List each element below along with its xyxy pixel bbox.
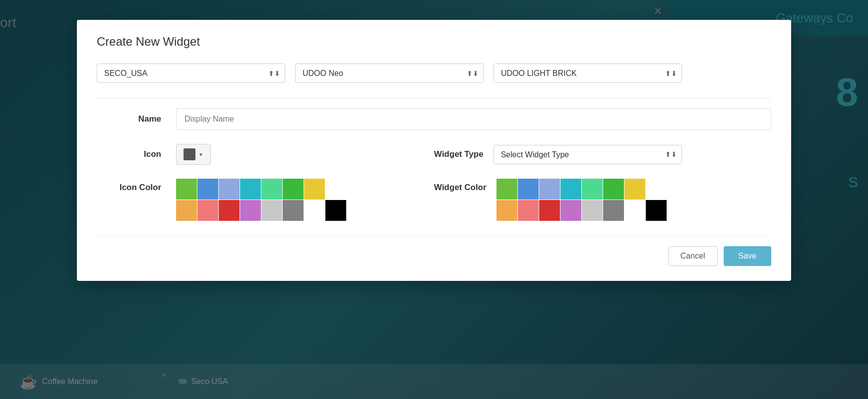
icon-color-swatch-salmon[interactable] xyxy=(197,200,218,221)
icon-section: Icon ▼ xyxy=(97,144,434,165)
widget-color-swatch-black[interactable] xyxy=(646,200,667,221)
cancel-button[interactable]: Cancel xyxy=(668,246,718,266)
manufacturer-select-wrapper: SECO_USA UDOO Arduino ⬆⬇ xyxy=(97,64,285,83)
widget-color-swatch-lightblue[interactable] xyxy=(539,179,560,200)
icon-color-swatch-lime[interactable] xyxy=(176,179,197,200)
modal-overlay: Create New Widget SECO_USA UDOO Arduino … xyxy=(0,0,868,399)
icon-picker-button[interactable]: ▼ xyxy=(176,144,211,165)
icon-color-swatch-blue[interactable] xyxy=(197,179,218,200)
icon-widget-row: Icon ▼ Widget Type Select Widget Type Ga… xyxy=(97,144,771,165)
icon-color-swatch-mint[interactable] xyxy=(261,179,282,200)
icon-color-swatch-yellow[interactable] xyxy=(304,179,325,200)
icon-color-swatch-red[interactable] xyxy=(219,200,240,221)
type-select[interactable]: UDOO LIGHT BRICK UDOO SENSOR BRICK UDOO … xyxy=(494,64,682,83)
dropdown-row: SECO_USA UDOO Arduino ⬆⬇ UDOO Neo UDOO x… xyxy=(97,64,771,83)
widget-type-section: Widget Type Select Widget Type Gauge Tog… xyxy=(434,145,771,164)
name-field-wrapper xyxy=(176,108,771,130)
icon-color-swatch-teal[interactable] xyxy=(240,179,261,200)
widget-color-swatches xyxy=(496,179,667,221)
icon-dropdown-arrow: ▼ xyxy=(198,152,203,157)
icon-color-swatch-black[interactable] xyxy=(325,200,346,221)
widget-color-swatch-mint[interactable] xyxy=(582,179,603,200)
modal-footer: Cancel Save xyxy=(97,236,771,266)
name-row: Name xyxy=(97,108,771,130)
widget-color-swatch-lightgray[interactable] xyxy=(582,200,603,221)
icon-color-swatch-empty2 xyxy=(304,200,325,221)
icon-color-swatch-empty1 xyxy=(325,179,346,200)
save-button[interactable]: Save xyxy=(724,246,771,266)
type-select-wrapper: UDOO LIGHT BRICK UDOO SENSOR BRICK UDOO … xyxy=(494,64,682,83)
modal-title: Create New Widget xyxy=(97,35,771,49)
widget-type-select-wrapper: Select Widget Type Gauge Toggle Chart Ma… xyxy=(494,145,682,164)
icon-color-swatch-lightblue[interactable] xyxy=(219,179,240,200)
widget-color-swatch-empty1 xyxy=(646,179,667,200)
color-row: Icon Color xyxy=(97,179,771,221)
create-widget-modal: Create New Widget SECO_USA UDOO Arduino … xyxy=(77,20,791,281)
icon-label: Icon xyxy=(97,149,176,159)
widget-color-label: Widget Color xyxy=(434,179,487,193)
icon-color-swatch-lightgray[interactable] xyxy=(261,200,282,221)
icon-preview-swatch xyxy=(184,148,195,160)
widget-color-swatch-purple[interactable] xyxy=(560,200,581,221)
widget-color-swatch-red[interactable] xyxy=(539,200,560,221)
icon-color-section: Icon Color xyxy=(97,179,434,221)
widget-color-swatch-green[interactable] xyxy=(603,179,624,200)
widget-color-swatch-blue[interactable] xyxy=(518,179,539,200)
widget-color-swatch-empty2 xyxy=(624,200,645,221)
widget-type-select[interactable]: Select Widget Type Gauge Toggle Chart Ma… xyxy=(494,145,682,164)
icon-color-swatch-purple[interactable] xyxy=(240,200,261,221)
board-select[interactable]: UDOO Neo UDOO x86 UDOO Bolt xyxy=(295,64,484,83)
widget-color-swatch-orange[interactable] xyxy=(496,200,517,221)
icon-color-label: Icon Color xyxy=(97,179,176,193)
widget-color-swatch-lime[interactable] xyxy=(496,179,517,200)
icon-color-swatch-green[interactable] xyxy=(283,179,304,200)
divider-1 xyxy=(97,98,771,98)
icon-color-swatches xyxy=(176,179,346,221)
manufacturer-select[interactable]: SECO_USA UDOO Arduino xyxy=(97,64,285,83)
widget-color-section: Widget Color xyxy=(434,179,771,221)
display-name-input[interactable] xyxy=(176,108,771,130)
widget-type-label: Widget Type xyxy=(434,149,484,159)
board-select-wrapper: UDOO Neo UDOO x86 UDOO Bolt ⬆⬇ xyxy=(295,64,484,83)
name-label: Name xyxy=(97,114,176,124)
icon-color-swatch-gray[interactable] xyxy=(283,200,304,221)
widget-color-swatch-gray[interactable] xyxy=(603,200,624,221)
icon-color-swatch-orange[interactable] xyxy=(176,200,197,221)
widget-color-swatch-yellow[interactable] xyxy=(624,179,645,200)
widget-color-swatch-salmon[interactable] xyxy=(518,200,539,221)
widget-color-swatch-teal[interactable] xyxy=(560,179,581,200)
